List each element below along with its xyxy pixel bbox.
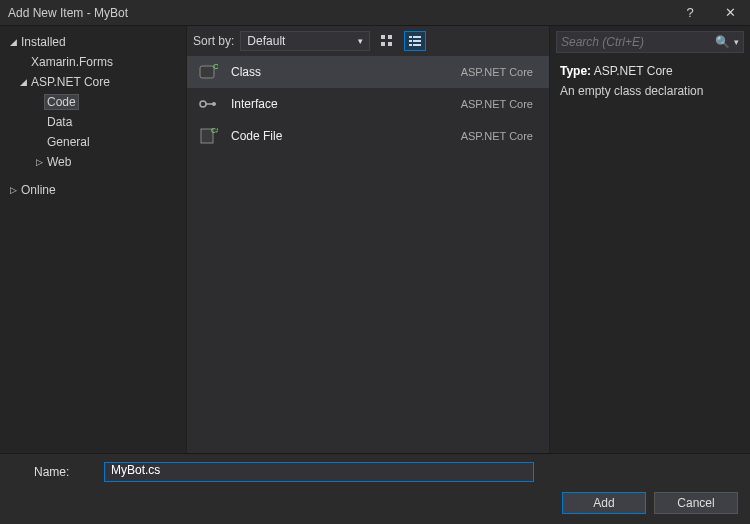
name-input[interactable] [111,463,527,477]
name-row: Name: [10,462,740,482]
type-description: An empty class declaration [560,84,740,98]
svg-rect-8 [409,44,412,46]
sort-dropdown[interactable]: Default ▾ [240,31,370,51]
details-text: Type: ASP.NET Core An empty class declar… [550,58,750,104]
svg-rect-6 [409,40,412,42]
svg-point-12 [200,101,206,107]
button-row: Add Cancel [10,492,740,514]
template-panel: Sort by: Default ▾ [186,26,550,453]
svg-text:C#: C# [213,62,218,71]
tree-aspnet-core[interactable]: ◢ ASP.NET Core [4,72,182,92]
help-button[interactable]: ? [670,0,710,26]
search-icon: 🔍 [715,35,730,49]
main-area: ◢ Installed Xamarin.Forms ◢ ASP.NET Core… [0,26,750,453]
name-label: Name: [10,465,94,479]
template-item-class[interactable]: C# Class ASP.NET Core [187,56,549,88]
grid-icon [380,34,394,48]
caret-down-icon: ◢ [18,77,28,87]
tree-web[interactable]: ▷ Web [4,152,182,172]
view-list-button[interactable] [404,31,426,51]
type-label: Type: [560,64,591,78]
template-list: C# Class ASP.NET Core Interface ASP.NET … [187,56,549,453]
svg-text:C#: C# [211,127,218,134]
add-button[interactable]: Add [562,492,646,514]
interface-icon [197,93,219,115]
tree-general[interactable]: General [4,132,182,152]
svg-point-14 [212,102,216,106]
sort-row: Sort by: Default ▾ [187,26,549,56]
caret-down-icon: ◢ [8,37,18,47]
svg-rect-9 [413,44,421,46]
class-icon: C# [197,61,219,83]
svg-rect-10 [200,66,214,78]
svg-rect-0 [381,35,385,39]
search-input[interactable] [561,35,715,49]
window-title: Add New Item - MyBot [8,6,670,20]
tree-data[interactable]: Data [4,112,182,132]
tree-installed[interactable]: ◢ Installed [4,32,182,52]
view-grid-button[interactable] [376,31,398,51]
tree-xamarin-forms[interactable]: Xamarin.Forms [4,52,182,72]
type-value: ASP.NET Core [594,64,673,78]
svg-rect-2 [381,42,385,46]
search-box[interactable]: 🔍 ▾ [556,31,744,53]
codefile-icon: C# [197,125,219,147]
template-item-codefile[interactable]: C# Code File ASP.NET Core [187,120,549,152]
cancel-button[interactable]: Cancel [654,492,738,514]
svg-rect-7 [413,40,421,42]
tree-online[interactable]: ▷ Online [4,180,182,200]
close-button[interactable]: ✕ [710,0,750,26]
sort-label: Sort by: [193,34,234,48]
title-bar: Add New Item - MyBot ? ✕ [0,0,750,26]
chevron-down-icon: ▾ [358,36,363,46]
svg-rect-5 [413,36,421,38]
tree-code[interactable]: Code [4,92,182,112]
caret-right-icon: ▷ [34,157,44,167]
template-item-interface[interactable]: Interface ASP.NET Core [187,88,549,120]
svg-rect-1 [388,35,392,39]
bottom-bar: Name: Add Cancel [0,453,750,524]
svg-rect-4 [409,36,412,38]
category-tree: ◢ Installed Xamarin.Forms ◢ ASP.NET Core… [0,26,186,453]
name-field-wrapper[interactable] [104,462,534,482]
caret-right-icon: ▷ [8,185,18,195]
chevron-down-icon[interactable]: ▾ [734,37,739,47]
svg-rect-3 [388,42,392,46]
list-icon [408,34,422,48]
details-panel: 🔍 ▾ Type: ASP.NET Core An empty class de… [550,26,750,453]
